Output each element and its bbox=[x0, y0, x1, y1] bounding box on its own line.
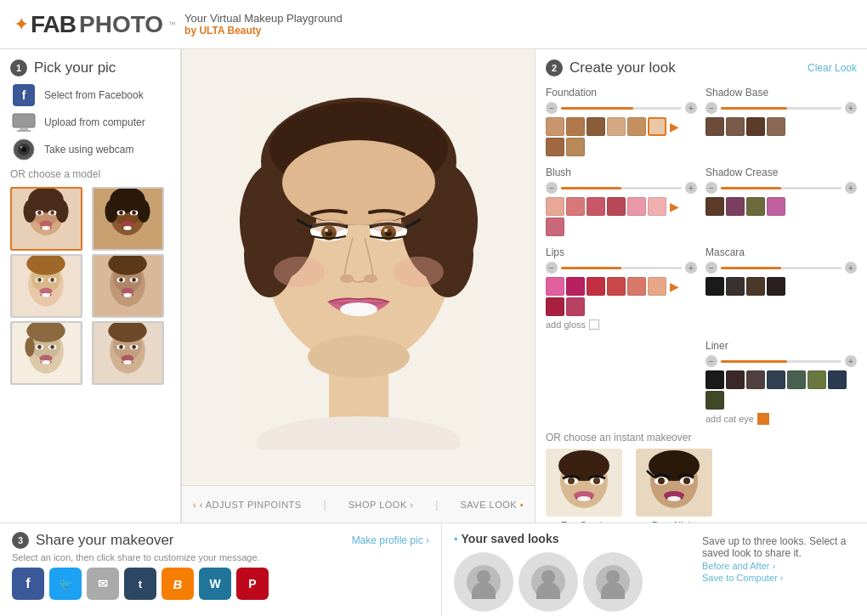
foundation-swatch-4[interactable] bbox=[607, 117, 626, 136]
webcam-option[interactable]: Take using webcam bbox=[10, 139, 170, 160]
make-profile-pic-btn[interactable]: Make profile pic › bbox=[352, 534, 429, 546]
save-computer-link[interactable]: Save to Computer › bbox=[702, 573, 855, 583]
saved-description: Save up to three looks. Select a saved l… bbox=[702, 535, 855, 559]
foundation-swatch-7[interactable] bbox=[546, 138, 564, 156]
before-after-link[interactable]: Before and After › bbox=[702, 561, 855, 571]
model-thumb-2[interactable] bbox=[92, 187, 164, 251]
adjust-pinpoints-btn[interactable]: ‹ ‹ ADJUST PINPOINTS bbox=[193, 500, 302, 510]
blush-swatch-1[interactable] bbox=[546, 197, 564, 216]
blush-swatch-4[interactable] bbox=[607, 197, 626, 216]
blush-swatch-5[interactable] bbox=[627, 197, 646, 216]
shadow-crease-plus[interactable]: + bbox=[845, 182, 857, 194]
liner-swatch-6[interactable] bbox=[808, 370, 826, 389]
foundation-swatch-1[interactable] bbox=[546, 117, 564, 136]
mascara-swatch-3[interactable] bbox=[746, 277, 765, 296]
clear-look-btn[interactable]: Clear Look bbox=[808, 62, 857, 74]
liner-swatch-4[interactable] bbox=[767, 370, 785, 389]
liner-swatch-8[interactable] bbox=[706, 391, 724, 410]
share-email-btn[interactable]: ✉ bbox=[87, 568, 119, 600]
lips-track[interactable] bbox=[561, 267, 682, 269]
mascara-plus[interactable]: + bbox=[845, 262, 857, 274]
share-twitter-btn[interactable]: 🐦 bbox=[49, 568, 82, 600]
lips-swatch-7[interactable] bbox=[546, 297, 564, 316]
mascara-swatch-2[interactable] bbox=[726, 277, 745, 296]
blush-swatch-2[interactable] bbox=[566, 197, 585, 216]
shadow-crease-swatch-4[interactable] bbox=[767, 197, 785, 216]
shadow-crease-swatch-2[interactable] bbox=[726, 197, 745, 216]
blush-plus[interactable]: + bbox=[685, 182, 697, 194]
blush-swatch-6[interactable] bbox=[648, 197, 666, 216]
foundation-minus[interactable]: − bbox=[546, 102, 558, 114]
share-facebook-btn[interactable]: f bbox=[12, 568, 44, 600]
liner-swatch-7[interactable] bbox=[828, 370, 847, 389]
mascara-track[interactable] bbox=[721, 267, 842, 269]
lips-swatch-4[interactable] bbox=[607, 277, 626, 296]
save-look-btn[interactable]: SAVE LOOK • bbox=[460, 500, 524, 510]
foundation-swatch-2[interactable] bbox=[566, 117, 585, 136]
mascara-swatch-4[interactable] bbox=[767, 277, 785, 296]
saved-look-3[interactable] bbox=[583, 552, 643, 612]
foundation-swatch-5[interactable] bbox=[627, 117, 646, 136]
blush-swatch-3[interactable] bbox=[586, 197, 605, 216]
date-night-makeover[interactable]: Date Night bbox=[636, 449, 712, 523]
lips-swatch-5[interactable] bbox=[627, 277, 646, 296]
liner-swatch-2[interactable] bbox=[726, 370, 745, 389]
shadow-base-swatch-4[interactable] bbox=[767, 117, 785, 136]
liner-swatch-1[interactable] bbox=[706, 370, 724, 389]
add-cat-eye-checkbox[interactable] bbox=[757, 413, 769, 425]
lips-minus[interactable]: − bbox=[546, 262, 558, 274]
shadow-base-plus[interactable]: + bbox=[845, 102, 857, 114]
select-facebook-option[interactable]: f Select from Facebook bbox=[10, 85, 170, 105]
share-tumblr-btn[interactable]: t bbox=[124, 568, 156, 600]
shadow-base-swatch-3[interactable] bbox=[746, 117, 765, 136]
shop-look-btn[interactable]: SHOP LOOK › bbox=[348, 500, 414, 510]
liner-swatch-5[interactable] bbox=[787, 370, 806, 389]
liner-plus[interactable]: + bbox=[845, 355, 857, 367]
share-pinterest-btn[interactable]: P bbox=[236, 568, 269, 600]
mascara-minus[interactable]: − bbox=[706, 262, 717, 274]
add-cat-eye-option[interactable]: add cat eye bbox=[706, 413, 857, 425]
liner-swatch-3[interactable] bbox=[746, 370, 765, 389]
foundation-swatch-8[interactable] bbox=[566, 138, 585, 156]
shadow-crease-track[interactable] bbox=[721, 187, 842, 189]
model-thumb-3[interactable] bbox=[10, 254, 82, 318]
blush-track[interactable] bbox=[561, 187, 682, 189]
shadow-crease-swatch-3[interactable] bbox=[746, 197, 765, 216]
svg-point-24 bbox=[137, 200, 150, 223]
liner-minus[interactable]: − bbox=[706, 355, 717, 367]
blush-swatch-7[interactable] bbox=[546, 218, 564, 236]
upload-computer-option[interactable]: Upload from computer bbox=[10, 112, 170, 133]
blush-minus[interactable]: − bbox=[546, 182, 558, 194]
eye-candy-makeover[interactable]: Eye Candy bbox=[546, 449, 622, 523]
saved-look-2[interactable] bbox=[518, 552, 578, 612]
lips-swatch-6[interactable] bbox=[648, 277, 666, 296]
add-gloss-option[interactable]: add gloss bbox=[546, 319, 697, 330]
shadow-crease-minus[interactable]: − bbox=[706, 182, 717, 194]
share-wordpress-btn[interactable]: W bbox=[199, 568, 231, 600]
share-panel: 3 Share your makeover Make profile pic ›… bbox=[0, 523, 442, 616]
model-thumb-6[interactable] bbox=[92, 321, 164, 385]
foundation-plus[interactable]: + bbox=[685, 102, 697, 114]
lips-swatch-8[interactable] bbox=[566, 297, 585, 316]
shadow-base-minus[interactable]: − bbox=[706, 102, 717, 114]
foundation-track[interactable] bbox=[561, 107, 682, 110]
shadow-base-swatch-1[interactable] bbox=[706, 117, 724, 136]
model-thumb-4[interactable] bbox=[92, 254, 164, 318]
foundation-swatch-6[interactable] bbox=[648, 117, 666, 136]
saved-look-1[interactable] bbox=[454, 552, 513, 612]
shadow-crease-swatch-1[interactable] bbox=[706, 197, 724, 216]
mascara-swatch-1[interactable] bbox=[706, 277, 724, 296]
lips-plus[interactable]: + bbox=[685, 262, 697, 274]
model-thumb-5[interactable] bbox=[10, 321, 82, 385]
lips-col: Lips − + ▶ bbox=[546, 246, 697, 330]
shadow-base-swatch-2[interactable] bbox=[726, 117, 745, 136]
foundation-swatch-3[interactable] bbox=[586, 117, 605, 136]
shadow-base-track[interactable] bbox=[721, 107, 842, 110]
model-thumb-1[interactable] bbox=[10, 187, 82, 251]
lips-swatch-3[interactable] bbox=[586, 277, 605, 296]
liner-track[interactable] bbox=[721, 360, 842, 363]
add-gloss-checkbox[interactable] bbox=[589, 319, 599, 330]
lips-swatch-2[interactable] bbox=[566, 277, 585, 296]
share-blogger-btn[interactable]: B bbox=[162, 568, 194, 600]
lips-swatch-1[interactable] bbox=[546, 277, 564, 296]
